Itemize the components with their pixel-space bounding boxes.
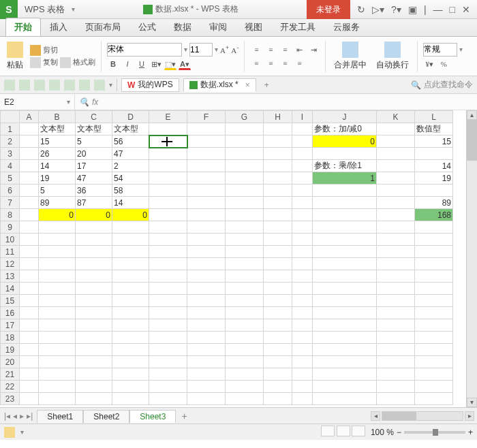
- paste-button[interactable]: 粘贴: [4, 40, 26, 72]
- cell-K8[interactable]: [377, 209, 415, 221]
- cell-B5[interactable]: 19: [39, 172, 76, 185]
- font-name-combo[interactable]: [107, 43, 182, 57]
- page-break-view-icon[interactable]: [352, 426, 365, 436]
- cell-H7[interactable]: [264, 197, 292, 209]
- cell-B15[interactable]: [39, 295, 76, 307]
- row-header-9[interactable]: 9: [1, 221, 20, 234]
- cell-E7[interactable]: [149, 197, 187, 209]
- col-header-F[interactable]: F: [187, 111, 226, 123]
- cell-C15[interactable]: [76, 295, 112, 307]
- cell-J17[interactable]: [313, 319, 377, 332]
- cell-K17[interactable]: [377, 319, 415, 332]
- cell-J4[interactable]: 参数：乘/除1: [313, 160, 377, 172]
- cell-C6[interactable]: 36: [76, 185, 112, 197]
- cell-G10[interactable]: [226, 234, 264, 246]
- ribbon-tab-审阅[interactable]: 审阅: [200, 18, 236, 36]
- cell-A15[interactable]: [20, 295, 39, 307]
- cell-F17[interactable]: [187, 319, 226, 332]
- cell-E1[interactable]: [149, 123, 187, 135]
- cell-C11[interactable]: [76, 246, 112, 258]
- row-header-21[interactable]: 21: [1, 368, 20, 381]
- cell-I8[interactable]: [292, 209, 313, 221]
- chevron-down-icon[interactable]: ▾: [20, 428, 24, 436]
- row-header-18[interactable]: 18: [1, 332, 20, 344]
- cell-I6[interactable]: [292, 185, 313, 197]
- cell-B14[interactable]: [39, 283, 76, 295]
- cell-C10[interactable]: [76, 234, 112, 246]
- cell-A9[interactable]: [20, 221, 39, 234]
- indent-right-icon[interactable]: ⇥: [307, 44, 320, 56]
- row-header-15[interactable]: 15: [1, 295, 20, 307]
- cell-J13[interactable]: [313, 270, 377, 283]
- align-justify-icon[interactable]: ≡: [293, 57, 305, 69]
- cell-E17[interactable]: [149, 319, 187, 332]
- cell-G9[interactable]: [226, 221, 264, 234]
- cell-L7[interactable]: 89: [415, 197, 453, 209]
- cell-J23[interactable]: [313, 393, 377, 405]
- cell-G1[interactable]: [226, 123, 264, 135]
- normal-view-icon[interactable]: [321, 426, 335, 436]
- cell-G3[interactable]: [226, 148, 264, 160]
- cell-B2[interactable]: 15: [39, 135, 76, 148]
- format-painter-button[interactable]: 格式刷: [60, 57, 95, 68]
- scroll-down-icon[interactable]: ▾: [467, 398, 477, 407]
- cell-G2[interactable]: [226, 135, 264, 148]
- row-header-3[interactable]: 3: [1, 148, 20, 160]
- cell-E16[interactable]: [149, 307, 187, 319]
- row-header-5[interactable]: 5: [1, 172, 20, 185]
- cell-E5[interactable]: [149, 172, 187, 185]
- cell-J5[interactable]: 1: [313, 172, 377, 185]
- close-icon[interactable]: ✕: [462, 4, 470, 15]
- cell-I4[interactable]: [292, 160, 313, 172]
- cell-L1[interactable]: 数值型: [415, 123, 453, 135]
- restore-icon[interactable]: ▣: [408, 4, 417, 15]
- cell-H17[interactable]: [264, 319, 292, 332]
- qat-icon[interactable]: [4, 80, 15, 91]
- cell-F16[interactable]: [187, 307, 226, 319]
- cell-F9[interactable]: [187, 221, 226, 234]
- col-header-D[interactable]: D: [112, 111, 149, 123]
- cell-F23[interactable]: [187, 393, 226, 405]
- cell-D5[interactable]: 54: [112, 172, 149, 185]
- cell-I16[interactable]: [292, 307, 313, 319]
- cell-B22[interactable]: [39, 381, 76, 393]
- scroll-left-icon[interactable]: ◂: [371, 411, 380, 421]
- border-button[interactable]: ⊞▾: [150, 58, 162, 70]
- zoom-level[interactable]: 100 %: [371, 428, 394, 437]
- cell-I10[interactable]: [292, 234, 313, 246]
- cell-H21[interactable]: [264, 368, 292, 381]
- cell-J18[interactable]: [313, 332, 377, 344]
- cell-H18[interactable]: [264, 332, 292, 344]
- qat-icon[interactable]: [64, 80, 75, 91]
- italic-button[interactable]: I: [121, 58, 134, 70]
- cell-B12[interactable]: [39, 258, 76, 270]
- chevron-down-icon[interactable]: ▾: [184, 46, 187, 53]
- cell-B3[interactable]: 26: [39, 148, 76, 160]
- cell-H22[interactable]: [264, 381, 292, 393]
- cell-H8[interactable]: [264, 209, 292, 221]
- cell-C5[interactable]: 47: [76, 172, 112, 185]
- cell-F22[interactable]: [187, 381, 226, 393]
- cell-B23[interactable]: [39, 393, 76, 405]
- cell-H10[interactable]: [264, 234, 292, 246]
- cell-F6[interactable]: [187, 185, 226, 197]
- row-header-17[interactable]: 17: [1, 319, 20, 332]
- merge-center-button[interactable]: 合并居中: [331, 40, 369, 72]
- cell-L21[interactable]: [415, 368, 453, 381]
- page-layout-view-icon[interactable]: [337, 426, 350, 436]
- new-tab-button[interactable]: +: [260, 80, 273, 90]
- cell-D2[interactable]: 56: [112, 135, 149, 148]
- cell-I15[interactable]: [292, 295, 313, 307]
- cell-J19[interactable]: [313, 344, 377, 356]
- fill-color-button[interactable]: ⬚▾: [164, 58, 176, 70]
- document-tab[interactable]: 数据.xlsx * ×: [183, 78, 256, 92]
- cell-H19[interactable]: [264, 344, 292, 356]
- cell-E21[interactable]: [149, 368, 187, 381]
- cell-D10[interactable]: [112, 234, 149, 246]
- cell-K4[interactable]: [377, 160, 415, 172]
- cell-E3[interactable]: [149, 148, 187, 160]
- row-header-2[interactable]: 2: [1, 135, 20, 148]
- cell-D21[interactable]: [112, 368, 149, 381]
- cell-C21[interactable]: [76, 368, 112, 381]
- cell-E11[interactable]: [149, 246, 187, 258]
